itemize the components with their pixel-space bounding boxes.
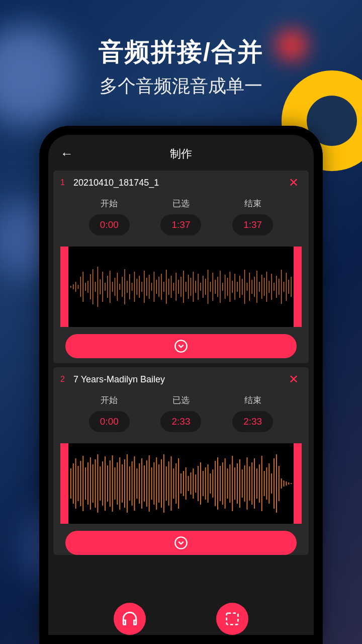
title-sub: 多个音频混音成单一 [0,74,362,99]
marketing-title: 音频拼接/合并 多个音频混音成单一 [0,0,362,99]
trim-handle-right[interactable] [294,247,302,327]
track-index: 1 [60,178,73,187]
expand-button[interactable] [65,531,297,555]
waveform-display[interactable] [68,443,294,524]
track-name: 20210410_181745_1 [73,178,286,188]
svg-point-91 [175,340,187,352]
title-main: 音频拼接/合并 [0,35,362,69]
selected-time-button[interactable]: 2:33 [160,411,201,432]
selected-time-button[interactable]: 1:37 [160,214,201,235]
preview-button[interactable] [114,603,146,635]
track-card: 1 20210410_181745_1 ✕ 开始 0:00 已选 1:37 结束… [53,171,309,363]
end-label: 结束 [232,394,273,406]
waveform-editor[interactable] [60,247,302,327]
close-icon[interactable]: ✕ [286,176,302,190]
trim-handle-left[interactable] [60,443,68,524]
start-time-button[interactable]: 0:00 [89,411,130,432]
chevron-down-circle-icon [174,339,188,353]
start-time-button[interactable]: 0:00 [89,214,130,235]
svg-rect-184 [227,613,238,625]
close-icon[interactable]: ✕ [286,372,302,386]
start-label: 开始 [89,198,130,209]
back-button[interactable]: ← [60,146,73,162]
track-name: 7 Years-Madilyn Bailey [73,374,286,385]
end-time-button[interactable]: 2:33 [232,411,273,432]
selected-label: 已选 [160,394,201,406]
end-time-button[interactable]: 1:37 [232,214,273,235]
headphones-icon [121,610,138,627]
expand-button[interactable] [65,334,297,358]
waveform-display[interactable] [68,247,294,327]
track-index: 2 [60,375,73,384]
app-header: ← 制作 [48,135,314,171]
start-label: 开始 [89,394,130,406]
screen-title: 制作 [73,146,289,162]
svg-point-183 [175,537,187,548]
bottom-toolbar [48,598,314,635]
trim-handle-right[interactable] [294,443,302,524]
app-screen: ← 制作 1 20210410_181745_1 ✕ 开始 0:00 已选 1:… [48,135,314,635]
select-button[interactable] [216,603,248,635]
phone-frame: ← 制作 1 20210410_181745_1 ✕ 开始 0:00 已选 1:… [39,126,323,644]
track-card: 2 7 Years-Madilyn Bailey ✕ 开始 0:00 已选 2:… [53,367,309,555]
end-label: 结束 [232,198,273,209]
chevron-down-circle-icon [174,536,188,550]
trim-handle-left[interactable] [60,247,68,327]
waveform-editor[interactable] [60,443,302,524]
selection-icon [224,610,241,627]
selected-label: 已选 [160,198,201,209]
